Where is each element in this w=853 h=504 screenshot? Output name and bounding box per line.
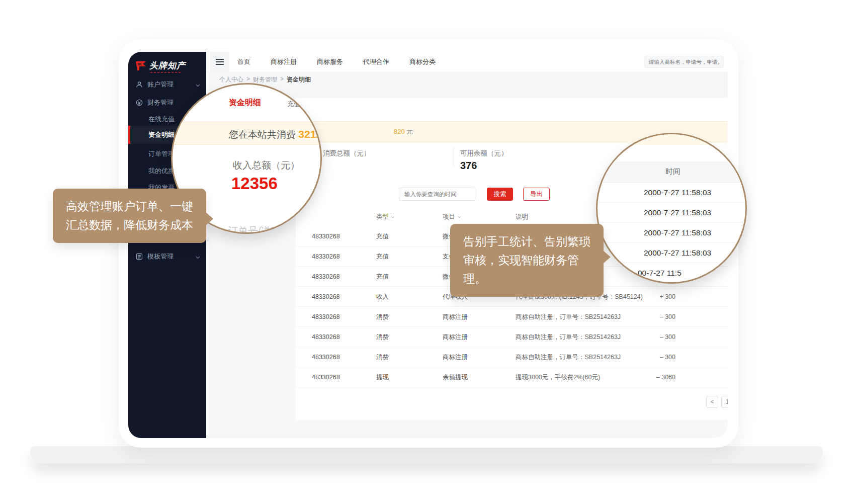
sidebar-item-label: 模板管理: [147, 252, 174, 261]
stat-balance-label: 可用余额（元）: [460, 149, 508, 157]
cell-project: 商标注册: [443, 307, 468, 327]
search-button[interactable]: 搜索: [487, 188, 513, 201]
nav-home[interactable]: 首页: [237, 57, 250, 66]
stat-balance: 可用余额（元） 376: [460, 148, 508, 172]
header-project[interactable]: 项目: [443, 213, 461, 221]
cell-order: 48330268: [312, 246, 340, 267]
stat-consume-label: 消费总额（元）: [323, 149, 371, 157]
laptop-base: [30, 446, 823, 463]
table-row: 48330268 消费 商标注册 商标自助注册，订单号：SB2514263J –…: [296, 347, 728, 367]
user-icon: [136, 81, 143, 88]
cell-type: 消费: [376, 327, 389, 347]
table-row: 48330268 消费 商标注册 商标自助注册，订单号：SB2514263J –…: [296, 307, 728, 327]
sort-chevron-icon: [457, 216, 461, 218]
cell-amount: – 300: [628, 327, 675, 347]
breadcrumb-item[interactable]: 个人中心: [219, 75, 243, 84]
nav-agency[interactable]: 代理合作: [363, 57, 389, 66]
brand-flag-icon: [135, 61, 146, 71]
cell-type: 消费: [376, 347, 389, 367]
banner-label: 您在本站共消费: [229, 129, 296, 140]
top-nav: 首页 商标注册 商标服务 代理合作 商标分类: [237, 52, 436, 72]
header-desc: 说明: [516, 213, 528, 221]
template-icon: [136, 253, 143, 260]
cell-type: 消费: [376, 307, 389, 327]
menu-toggle-button[interactable]: [210, 52, 229, 72]
brand-tagline: [150, 72, 182, 73]
time-filter-input[interactable]: [403, 191, 483, 198]
magnified-time-cell: 2000-7-27 11:58:03: [598, 243, 747, 263]
stat-consume: 消费总额（元）: [323, 148, 371, 158]
cell-order: 48330268: [312, 226, 340, 246]
cell-desc: 商标自助注册，订单号：SB2514263J: [516, 307, 621, 327]
cell-order: 48330268: [312, 267, 340, 287]
search-button-label: 搜索: [494, 190, 506, 199]
sidebar-item-account[interactable]: 账户管理: [128, 76, 206, 93]
breadcrumb-sep: >: [280, 75, 284, 84]
callout-text: 审核，实现智能财务管: [463, 251, 590, 270]
brand-logo: 头牌知产: [135, 60, 186, 71]
sidebar-item-label: 财务管理: [147, 98, 174, 107]
cell-type: 提现: [376, 367, 389, 387]
banner-tail: 820 元: [394, 127, 413, 136]
cell-project: 余额提现: [443, 367, 468, 387]
cell-amount: – 300: [628, 347, 675, 367]
tab-funds-detail[interactable]: 资金明细: [229, 98, 261, 108]
chevron-down-icon: [196, 253, 200, 261]
nav-trademark-service[interactable]: 商标服务: [317, 57, 343, 66]
cell-amount: – 300: [628, 307, 675, 327]
header-time: 时间: [598, 161, 747, 183]
stat-income-value: 12356: [231, 174, 278, 193]
magnified-time-cell: 2000-7-27 11:58:03: [598, 183, 747, 203]
time-filter: [399, 188, 475, 201]
top-bar: 首页 商标注册 商标服务 代理合作 商标分类: [206, 52, 728, 72]
cell-project: 商标注册: [443, 327, 468, 347]
breadcrumb-current: 资金明细: [287, 75, 311, 84]
cell-type: 收入: [376, 287, 389, 307]
stat-income-label: 收入总额（元）: [233, 159, 300, 172]
cell-amount: + 300: [628, 287, 675, 307]
cell-order: 48330268: [312, 367, 340, 387]
magnified-banner: 您在本站共消费 32124 元: [173, 122, 322, 145]
sidebar-item-label: 账户管理: [147, 80, 174, 89]
header-type[interactable]: 类型: [376, 213, 395, 221]
cell-order: 48330268: [312, 287, 340, 307]
cell-desc: 商标自助注册，订单号：SB2514263J: [516, 347, 621, 367]
banner-amount-fragment: 820: [394, 128, 405, 135]
callout-text: 告别手工统计、告别繁琐: [463, 232, 590, 251]
export-button[interactable]: 导出: [523, 188, 550, 201]
table-row: 48330268 消费 商标注册 商标自助注册，订单号：SB2514263J –…: [296, 327, 728, 347]
sort-chevron-icon: [391, 216, 395, 218]
cell-type: 充值: [376, 246, 389, 267]
callout-text: 理。: [463, 270, 590, 288]
magnified-time-cell: 2000-7-27 11:58:03: [598, 223, 747, 243]
magnifier-right: 时间 2000-7-27 11:58:03 2000-7-27 11:58:03…: [596, 133, 747, 284]
magnified-time-cell: 2000-7-27 11:58:03: [598, 203, 747, 223]
cell-order: 48330268: [312, 307, 340, 327]
global-search-input[interactable]: [644, 56, 724, 68]
stat-balance-value: 376: [460, 160, 508, 172]
chevron-down-icon: [196, 81, 200, 89]
sidebar-item-template[interactable]: 模板管理: [128, 248, 206, 265]
nav-trademark-register[interactable]: 商标注册: [271, 57, 297, 66]
callout-text: 高效管理账户订单、一键: [66, 197, 193, 216]
cell-desc: 提现3000元，手续费2%(60元): [516, 367, 600, 387]
pagination-prev[interactable]: <: [706, 396, 718, 408]
cell-project: 商标注册: [443, 347, 468, 367]
callout-right: 告别手工统计、告别繁琐 审核，实现智能财务管 理。: [450, 224, 604, 297]
banner-unit: 元: [406, 128, 413, 135]
sidebar-sub-label: 资金明细: [148, 130, 175, 139]
table-row: 48330268 提现 余额提现 提现3000元，手续费2%(60元) – 30…: [296, 367, 728, 387]
breadcrumb-item[interactable]: 财务管理: [253, 75, 277, 84]
export-button-label: 导出: [530, 190, 543, 199]
cell-order: 48330268: [312, 327, 340, 347]
nav-trademark-category[interactable]: 商标分类: [409, 57, 436, 66]
breadcrumb: 个人中心 > 财务管理 > 资金明细: [219, 75, 311, 84]
finance-icon: [136, 99, 143, 106]
pagination-page-1[interactable]: 1: [721, 396, 728, 408]
page: 头牌知产 账户管理 财务管理: [0, 0, 853, 504]
cell-desc: 商标自助注册，订单号：SB2514263J: [516, 327, 621, 347]
cell-amount: – 3060: [628, 367, 675, 387]
cell-order: 48330268: [312, 347, 340, 367]
cell-type: 充值: [376, 226, 389, 246]
sidebar-sub-label: 在线充值: [148, 115, 175, 124]
